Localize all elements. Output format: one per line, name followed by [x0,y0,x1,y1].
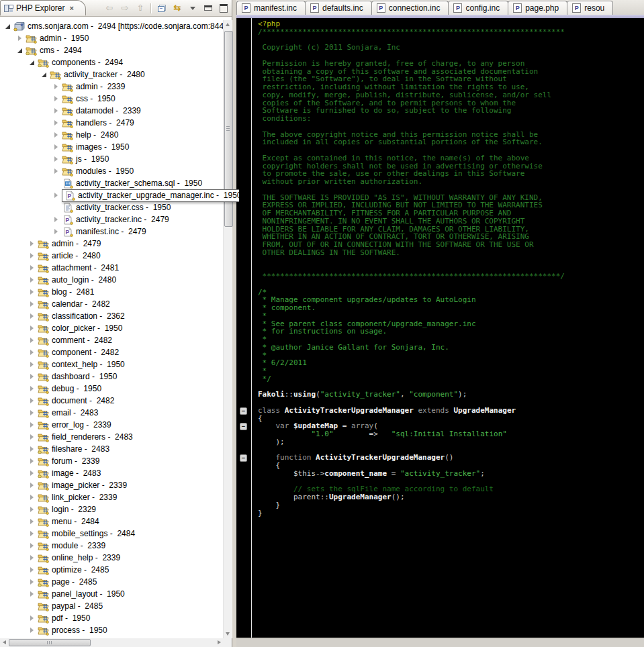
editor-tab[interactable]: Pdefaults.inc [305,1,372,15]
tree-row[interactable]: attachment - 2481 [0,262,223,274]
tree-row[interactable]: admin - 2339 [0,81,223,93]
maximize-button[interactable] [218,3,229,13]
tree-row[interactable]: activity_tracker.css - 1950 [0,201,223,213]
tree-row[interactable]: datamodel - 2339 [0,105,223,117]
expand-arrow-icon[interactable] [29,301,36,307]
scroll-down-arrow[interactable] [224,630,232,638]
expand-arrow-icon[interactable] [29,542,36,549]
minimize-button[interactable] [203,3,214,13]
editor-tab[interactable]: Presou [567,1,613,15]
expand-arrow-icon[interactable] [53,132,60,138]
expand-arrow-icon[interactable] [29,264,36,271]
expand-arrow-icon[interactable] [29,361,36,368]
tree-row[interactable]: email - 2483 [0,407,223,419]
expand-arrow-icon[interactable] [53,119,60,126]
horizontal-scrollbar-thumb[interactable] [9,639,91,646]
tree-row[interactable]: menu - 2484 [0,515,223,528]
scroll-left-arrow[interactable] [0,638,9,647]
expand-arrow-icon[interactable] [53,216,60,223]
close-icon[interactable]: × [69,4,73,12]
tree-row[interactable]: field_renderers - 2483 [0,431,223,443]
tree-row[interactable]: process - 1950 [0,624,223,636]
expand-arrow-icon[interactable] [29,289,36,295]
up-button[interactable]: ⇧ [135,3,146,13]
tree-row[interactable]: Pcms.sonjara.com - 2494 [https://code.so… [0,20,223,32]
expand-arrow-icon[interactable] [29,579,36,585]
tree-row[interactable]: article - 2480 [0,250,223,262]
expand-arrow-icon[interactable] [29,397,36,404]
collapse-arrow-icon[interactable] [41,71,48,78]
view-menu-button[interactable] [187,3,198,13]
expand-arrow-icon[interactable] [53,192,60,199]
editor-tab[interactable]: Pconnection.inc [371,1,449,15]
expand-arrow-icon[interactable] [53,168,60,175]
tree-row[interactable]: activity_tracker_schema.sql - 1950 [0,177,223,189]
expand-arrow-icon[interactable] [29,591,36,597]
expand-arrow-icon[interactable] [53,95,60,102]
expand-arrow-icon[interactable] [29,252,36,259]
expand-arrow-icon[interactable] [29,373,36,380]
expand-arrow-icon[interactable] [29,506,36,513]
editor-horizontal-scrollbar[interactable] [236,638,644,647]
expand-arrow-icon[interactable] [29,421,36,428]
expand-arrow-icon[interactable] [29,627,36,634]
expand-arrow-icon[interactable] [29,446,36,452]
collapse-all-button[interactable] [156,3,167,13]
project-tree[interactable]: Pcms.sonjara.com - 2494 [https://code.so… [0,20,239,639]
expand-arrow-icon[interactable] [29,325,36,332]
tree-row[interactable]: fileshare - 2483 [0,443,223,455]
tree-row[interactable]: Pmanifest.inc - 2479 [0,226,223,238]
forward-button[interactable]: ⇨ [120,3,130,13]
tree-row[interactable]: online_help - 2339 [0,552,223,564]
tree-row[interactable]: paypal - 2485 [0,600,223,612]
tree-item-hover-tooltip[interactable]: Pactivity_tracker_upgrade_manager.inc - … [62,189,239,202]
tree-row[interactable]: dashboard - 1950 [0,370,223,383]
expand-arrow-icon[interactable] [29,337,36,344]
back-button[interactable]: ⇦ [104,3,115,13]
tree-row[interactable]: activity_tracker - 2480 [0,68,223,81]
scroll-up-arrow[interactable] [224,20,232,29]
tree-row[interactable]: mobile_settings - 2484 [0,528,223,540]
tree-row[interactable]: auto_login - 2480 [0,274,223,286]
tree-row[interactable]: help - 2480 [0,129,223,141]
tree-row[interactable]: image_picker - 2339 [0,479,223,491]
expand-arrow-icon[interactable] [29,566,36,573]
expand-arrow-icon[interactable] [29,240,36,247]
tree-row[interactable]: optimize - 2485 [0,564,223,576]
tree-row[interactable]: color_picker - 1950 [0,322,223,334]
tree-row[interactable]: error_log - 2339 [0,419,223,431]
fold-minus-icon[interactable]: − [240,407,247,415]
expand-arrow-icon[interactable] [53,83,60,90]
expand-arrow-icon[interactable] [29,409,36,416]
tree-row[interactable]: debug - 1950 [0,383,223,395]
tree-row[interactable]: link_picker - 2339 [0,491,223,503]
editor-tab[interactable]: Pmanifest.inc [236,1,306,15]
expand-arrow-icon[interactable] [29,458,36,464]
scroll-right-arrow[interactable] [214,638,223,647]
tree-row[interactable]: document - 2482 [0,395,223,407]
php-explorer-view-tab[interactable]: PHP Explorer × [0,0,86,15]
tree-row[interactable]: js - 1950 [0,153,223,165]
collapse-arrow-icon[interactable] [5,23,11,30]
tree-row[interactable]: forum - 2339 [0,455,223,467]
editor-tab[interactable]: Pconfig.inc [448,1,508,15]
tree-row[interactable]: context_help - 1950 [0,358,223,370]
expand-arrow-icon[interactable] [29,494,36,501]
tree-row[interactable]: module - 2339 [0,540,223,552]
code-area[interactable]: <?php/**********************************… [252,18,644,638]
link-with-editor-button[interactable]: ⇆ [172,3,183,13]
fold-minus-icon[interactable]: − [240,454,247,462]
expand-arrow-icon[interactable] [53,144,60,150]
tree-row[interactable]: blog - 2481 [0,286,223,298]
tree-row[interactable]: handlers - 2479 [0,117,223,129]
expand-arrow-icon[interactable] [53,228,60,235]
collapse-arrow-icon[interactable] [17,47,24,54]
expand-arrow-icon[interactable] [29,313,36,319]
fold-minus-icon[interactable]: − [240,423,247,430]
tree-row[interactable]: admin - 1950 [0,32,223,44]
tree-row[interactable]: Pactivity_tracker.inc - 2479 [0,213,223,226]
expand-arrow-icon[interactable] [29,554,36,561]
expand-arrow-icon[interactable] [29,482,36,489]
tree-row[interactable]: Pactivity_tracker_upgrade_manager.inc - … [0,189,239,201]
tree-row[interactable]: page - 2485 [0,576,223,588]
